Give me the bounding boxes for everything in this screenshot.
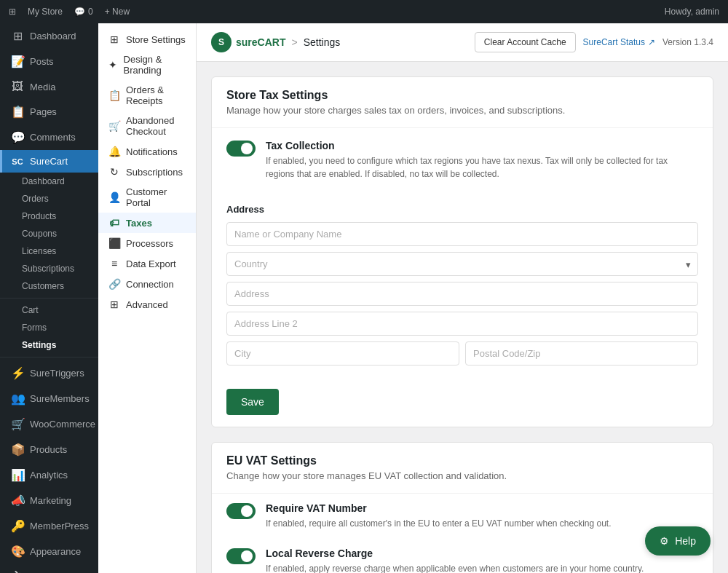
country-row xyxy=(226,252,698,276)
sidebar-item-memberpress[interactable]: 🔑 MemberPress xyxy=(0,513,98,539)
woo-icon: 🛒 xyxy=(11,417,24,431)
toggle-slider xyxy=(226,141,256,157)
city-input[interactable] xyxy=(226,341,459,365)
site-name-link[interactable]: My Store xyxy=(28,7,63,17)
taxes-icon: 🏷 xyxy=(108,217,120,229)
sc-nav-connection[interactable]: 🔗 Connection xyxy=(98,274,196,294)
sidebar-label-posts: Posts xyxy=(30,56,54,67)
processors-icon: ⬛ xyxy=(108,237,120,249)
sidebar-label-suretriggers: SureTriggers xyxy=(30,368,84,379)
sc-nav-store-settings[interactable]: ⊞ Store Settings xyxy=(98,29,196,50)
new-link[interactable]: + New xyxy=(105,7,130,17)
sc-nav-label-design: Design & Branding xyxy=(124,54,186,76)
sc-logo-text: sureCART xyxy=(236,36,285,48)
country-select[interactable] xyxy=(226,252,698,276)
version-badge: Version 1.3.4 xyxy=(662,37,713,47)
store-settings-icon: ⊞ xyxy=(108,33,120,45)
pages-icon: 📋 xyxy=(11,105,24,119)
sidebar-item-suremembers[interactable]: 👥 SureMembers xyxy=(0,386,98,411)
address-label: Address xyxy=(226,204,698,215)
sc-nav-advanced[interactable]: ⊞ Advanced xyxy=(98,294,196,315)
sc-nav-customer-portal[interactable]: 👤 Customer Portal xyxy=(98,182,196,213)
sc-nav-data-export[interactable]: ≡ Data Export xyxy=(98,253,196,274)
top-bar: S sureCART > Settings Clear Account Cach… xyxy=(197,23,728,62)
sidebar-item-dashboard[interactable]: ⊞ Dashboard xyxy=(0,23,98,49)
store-tax-section: Store Tax Settings Manage how your store… xyxy=(211,76,713,427)
address-line2-input[interactable] xyxy=(226,312,698,336)
sidebar-item-pages[interactable]: 📋 Pages xyxy=(0,99,98,125)
sc-nav-orders-receipts[interactable]: 📋 Orders & Receipts xyxy=(98,80,196,111)
sc-nav-taxes[interactable]: 🏷 Taxes xyxy=(98,213,196,233)
sidebar-item-posts[interactable]: 📝 Posts xyxy=(0,49,98,74)
connection-icon: 🔗 xyxy=(108,278,120,290)
sc-nav-label-connection: Connection xyxy=(126,279,174,290)
sub-item-cart[interactable]: Cart xyxy=(0,301,98,319)
sidebar-item-plugins[interactable]: 🔌 Plugins xyxy=(0,564,98,573)
wp-logo[interactable]: ⊞ xyxy=(9,7,16,17)
sc-nav-label-processors: Processors xyxy=(126,238,173,249)
local-reverse-toggle[interactable] xyxy=(226,548,256,564)
suretriggers-icon: ⚡ xyxy=(11,366,24,380)
notifications-icon: 🔔 xyxy=(108,146,120,157)
customer-portal-icon: 👤 xyxy=(108,191,120,203)
sc-nav-label-notifications: Notifications xyxy=(126,146,178,157)
sidebar-label-appearance: Appearance xyxy=(30,546,81,557)
sc-nav-notifications[interactable]: 🔔 Notifications xyxy=(98,141,196,162)
store-tax-save-button[interactable]: Save xyxy=(226,389,279,415)
require-vat-title: Require VAT Number xyxy=(266,502,612,514)
sc-nav-design-branding[interactable]: ✦ Design & Branding xyxy=(98,50,196,80)
wp-sidebar: ⊞ Dashboard 📝 Posts 🖼 Media 📋 Pages 💬 Co… xyxy=(0,23,98,573)
postal-code-input[interactable] xyxy=(465,341,698,365)
sidebar-item-marketing[interactable]: 📣 Marketing xyxy=(0,488,98,513)
external-link-icon: ↗ xyxy=(648,37,655,47)
sc-sidebar: ⊞ Store Settings ✦ Design & Branding 📋 O… xyxy=(98,23,197,573)
sidebar-item-analytics[interactable]: 📊 Analytics xyxy=(0,462,98,488)
sc-nav-processors[interactable]: ⬛ Processors xyxy=(98,233,196,253)
sc-nav-abandoned-checkout[interactable]: 🛒 Abandoned Checkout xyxy=(98,111,196,141)
sub-item-products[interactable]: Products xyxy=(0,208,98,225)
sidebar-item-media[interactable]: 🖼 Media xyxy=(0,74,98,99)
sidebar-item-woocommerce[interactable]: 🛒 WooCommerce xyxy=(0,411,98,437)
help-label: Help xyxy=(675,535,696,547)
sub-item-coupons[interactable]: Coupons xyxy=(0,225,98,242)
sidebar-item-appearance[interactable]: 🎨 Appearance xyxy=(0,539,98,564)
surecart-icon: SC xyxy=(11,157,24,166)
sub-item-orders[interactable]: Orders xyxy=(0,190,98,208)
sub-item-dashboard[interactable]: Dashboard xyxy=(0,173,98,190)
sc-nav-label-data-export: Data Export xyxy=(126,258,176,269)
sc-nav-subscriptions[interactable]: ↻ Subscriptions xyxy=(98,162,196,182)
surecart-status-button[interactable]: SureCart Status ↗ xyxy=(583,37,655,47)
name-company-input[interactable] xyxy=(226,222,698,246)
suremembers-icon: 👥 xyxy=(11,392,24,406)
help-button[interactable]: ⚙ Help xyxy=(645,526,711,556)
city-postal-row xyxy=(226,341,698,365)
analytics-icon: 📊 xyxy=(11,468,24,482)
media-icon: 🖼 xyxy=(11,80,24,93)
comments-link[interactable]: 💬 0 xyxy=(74,7,93,17)
data-export-icon: ≡ xyxy=(108,258,120,269)
abandoned-icon: 🛒 xyxy=(108,120,120,132)
address-input[interactable] xyxy=(226,282,698,306)
content-area: Store Tax Settings Manage how your store… xyxy=(197,62,728,573)
sub-item-subscriptions[interactable]: Subscriptions xyxy=(0,260,98,277)
sc-nav-label-taxes: Taxes xyxy=(126,218,152,229)
sidebar-label-products: Products xyxy=(30,444,67,455)
sidebar-item-products[interactable]: 📦 Products xyxy=(0,437,98,462)
sc-nav-label-abandoned: Abandoned Checkout xyxy=(126,115,186,137)
sub-item-forms[interactable]: Forms xyxy=(0,319,98,336)
tax-collection-toggle[interactable] xyxy=(226,141,256,157)
sidebar-label-comments: Comments xyxy=(30,132,76,143)
require-vat-info: Require VAT Number If enabled, require a… xyxy=(266,502,612,530)
orders-icon: 📋 xyxy=(108,90,120,101)
sidebar-label-memberpress: MemberPress xyxy=(30,521,89,531)
sub-item-licenses[interactable]: Licenses xyxy=(0,242,98,260)
sidebar-item-surecart[interactable]: SC SureCart xyxy=(0,150,98,173)
sidebar-item-suretriggers[interactable]: ⚡ SureTriggers xyxy=(0,360,98,386)
require-vat-toggle[interactable] xyxy=(226,503,256,519)
surecart-sub-items: Dashboard Orders Products Coupons Licens… xyxy=(0,173,98,295)
require-vat-slider xyxy=(226,503,256,519)
sidebar-item-comments[interactable]: 💬 Comments xyxy=(0,125,98,150)
clear-cache-button[interactable]: Clear Account Cache xyxy=(475,32,576,52)
sub-item-customers[interactable]: Customers xyxy=(0,277,98,295)
sub-item-settings[interactable]: Settings xyxy=(0,336,98,354)
